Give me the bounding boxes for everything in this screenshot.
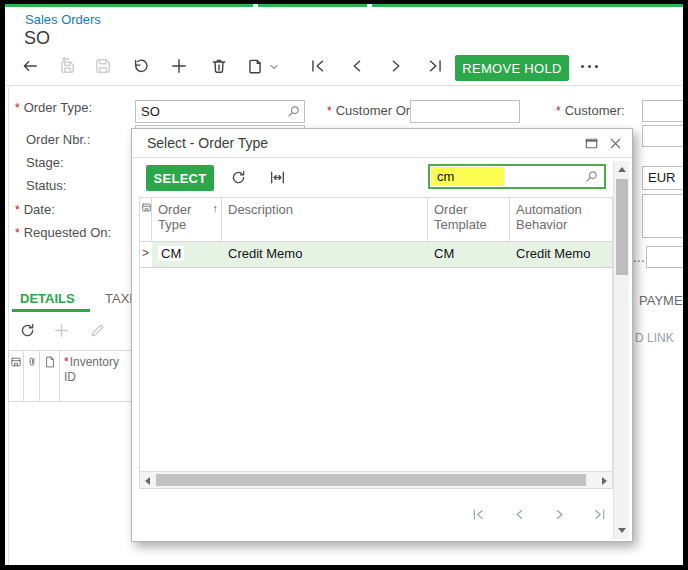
- date-label: *Date:: [15, 202, 55, 217]
- required-marker: *: [15, 101, 20, 115]
- lookup-grid-header: Order Type ↑ Description Order Template …: [140, 198, 612, 242]
- dialog-title: Select - Order Type: [147, 135, 268, 151]
- required-marker: *: [15, 203, 20, 217]
- order-type-lookup-icon[interactable]: [286, 104, 301, 119]
- inventory-id-column-header[interactable]: *Inventory ID: [60, 351, 134, 401]
- required-marker: *: [327, 104, 332, 118]
- search-text: cm: [437, 169, 454, 184]
- back-icon[interactable]: [21, 57, 39, 75]
- copy-paste-icon[interactable]: [246, 57, 264, 75]
- tab-payments-partial[interactable]: PAYMEN: [639, 293, 683, 308]
- grid-refresh-icon[interactable]: [19, 322, 36, 339]
- lookup-grid-row[interactable]: > CM Credit Memo CM Credit Memo: [140, 242, 612, 268]
- page-last-icon[interactable]: [592, 507, 607, 522]
- save-and-close-icon[interactable]: [58, 57, 76, 75]
- customer-order-input[interactable]: [410, 100, 520, 123]
- required-marker: *: [15, 226, 20, 240]
- cell-description[interactable]: Credit Memo: [222, 242, 428, 267]
- grid-add-row-icon[interactable]: [53, 322, 70, 339]
- cancel-undo-icon[interactable]: [132, 57, 150, 75]
- go-next-icon[interactable]: [387, 57, 405, 75]
- required-marker: *: [64, 355, 69, 369]
- remove-hold-button[interactable]: REMOVE HOLD: [455, 55, 569, 81]
- grid-settings-icon[interactable]: [141, 202, 152, 213]
- page-previous-icon[interactable]: [512, 507, 527, 522]
- customer-input[interactable]: [642, 100, 683, 122]
- cell-automation-behavior[interactable]: Credit Memo: [510, 242, 612, 267]
- customer-label: *Customer:: [556, 103, 625, 118]
- add-new-icon[interactable]: [170, 57, 188, 75]
- scroll-up-icon[interactable]: [618, 167, 626, 172]
- column-header-order-template[interactable]: Order Template: [428, 198, 510, 241]
- column-header-order-type[interactable]: Order Type ↑: [152, 198, 222, 241]
- fit-to-screen-icon[interactable]: [269, 169, 286, 186]
- maximize-icon[interactable]: [584, 136, 599, 151]
- panel-divider: [8, 87, 9, 565]
- vertical-scrollbar[interactable]: [613, 161, 629, 539]
- accent-line-gap: [253, 4, 258, 7]
- details-grid-header: *Inventory ID: [8, 350, 135, 402]
- select-button[interactable]: SELECT: [146, 165, 214, 191]
- chevron-down-icon[interactable]: [268, 61, 280, 73]
- horizontal-scrollbar-thumb[interactable]: [156, 474, 586, 486]
- order-type-input[interactable]: [135, 100, 305, 123]
- dialog-search-input[interactable]: cm: [428, 164, 606, 189]
- currency-field[interactable]: EUR: [642, 166, 683, 190]
- order-nbr-label: Order Nbr.:: [26, 132, 90, 147]
- add-link-button-partial[interactable]: D LINK: [635, 331, 674, 345]
- cell-order-template[interactable]: CM: [428, 242, 510, 267]
- close-icon[interactable]: [608, 136, 623, 151]
- search-icon[interactable]: [584, 169, 599, 184]
- column-header-automation-behavior[interactable]: Automation Behavior: [510, 198, 612, 241]
- row-pointer-icon: >: [140, 242, 152, 267]
- vertical-scrollbar-thumb[interactable]: [616, 179, 628, 275]
- column-header-description[interactable]: Description: [222, 198, 428, 241]
- stage-label: Stage:: [26, 155, 64, 170]
- top-accent-line: [5, 4, 683, 7]
- select-order-type-dialog: Select - Order Type SELECT cm Order Type…: [131, 128, 633, 542]
- tab-details[interactable]: DETAILS: [20, 291, 75, 306]
- more-options-icon[interactable]: [581, 65, 598, 68]
- delete-icon[interactable]: [210, 57, 228, 75]
- lookup-grid: Order Type ↑ Description Order Template …: [139, 197, 613, 489]
- sort-ascending-icon: ↑: [213, 201, 219, 216]
- required-marker: *: [556, 104, 561, 118]
- save-icon[interactable]: [94, 57, 112, 75]
- tab-details-underline: [12, 309, 90, 312]
- main-toolbar: REMOVE HOLD: [5, 48, 683, 86]
- dialog-titlebar[interactable]: Select - Order Type: [132, 129, 632, 158]
- notes-column-icon: [44, 356, 56, 368]
- cell-order-type[interactable]: CM: [152, 242, 222, 267]
- page-title: SO: [24, 28, 50, 49]
- horizontal-scrollbar[interactable]: [140, 471, 612, 488]
- accent-line-gap: [367, 4, 372, 7]
- go-last-icon[interactable]: [426, 57, 444, 75]
- page-next-icon[interactable]: [552, 507, 567, 522]
- side-small-input[interactable]: [646, 246, 683, 268]
- scroll-left-icon[interactable]: [145, 477, 150, 485]
- go-previous-icon[interactable]: [348, 57, 366, 75]
- customer-location-input[interactable]: [642, 125, 683, 147]
- order-type-label: *Order Type:: [15, 100, 92, 115]
- description-box[interactable]: [642, 194, 683, 238]
- go-first-icon[interactable]: [309, 57, 327, 75]
- breadcrumb[interactable]: Sales Orders: [25, 12, 101, 27]
- grid-settings-icon[interactable]: [10, 356, 22, 368]
- dialog-refresh-icon[interactable]: [230, 169, 247, 186]
- page-first-icon[interactable]: [471, 507, 486, 522]
- app-viewport: Sales Orders SO REMOVE HOLD *Order Type:…: [5, 4, 683, 565]
- grid-edit-icon[interactable]: [89, 322, 106, 339]
- screenshot-frame: Sales Orders SO REMOVE HOLD *Order Type:…: [0, 0, 688, 570]
- scroll-down-icon[interactable]: [618, 528, 626, 533]
- requested-on-label: *Requested On:: [15, 225, 111, 240]
- attachment-column-icon: [26, 356, 38, 368]
- scroll-right-icon[interactable]: [602, 477, 607, 485]
- status-label: Status:: [26, 178, 66, 193]
